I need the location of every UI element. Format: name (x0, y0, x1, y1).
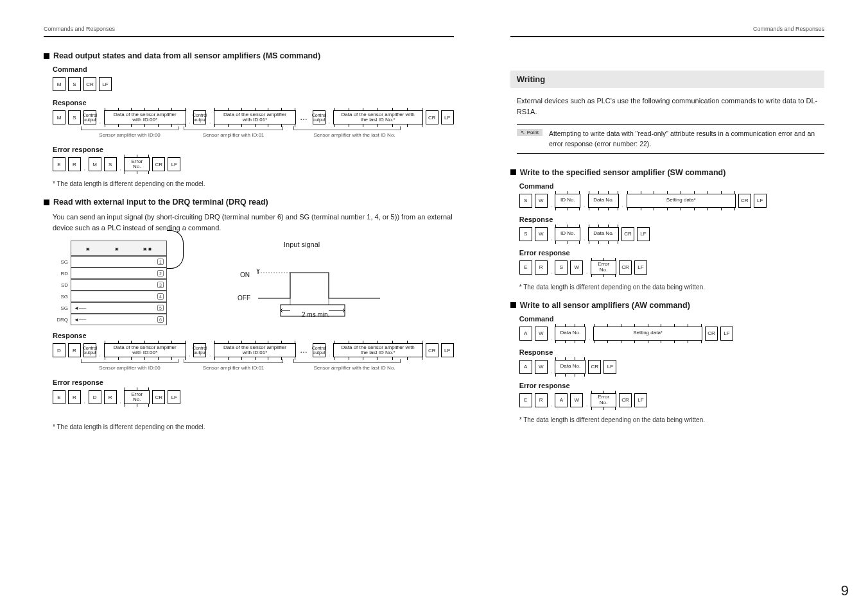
sw-error-row: E R , S W , Error No. CR LF (519, 260, 824, 275)
sec2-title-text: Read with external input to the DRQ term… (53, 198, 268, 207)
ms-command-row: M S CR LF (53, 77, 454, 91)
loop-arrow-icon (167, 230, 184, 269)
connector-header: ▣▣▣ ◼ (71, 241, 167, 256)
cell-d: D (53, 343, 65, 357)
dataN: Data of the sensor amplifier with the la… (333, 110, 423, 124)
aw-error-row: E R , A W , Error No. CR LF (519, 393, 824, 407)
cell-ctrl: Control output (313, 110, 326, 124)
aw-command-row: A W , Data No. , Setting data* CR LF (519, 327, 824, 341)
page-number: 9 (841, 582, 849, 599)
sw-response-row: S W , ID No. , Data No. CR LF (519, 227, 824, 241)
cell-r: R (68, 343, 81, 357)
sub-response-aw: Response (519, 348, 824, 356)
note-model: * The data length is different depending… (53, 180, 454, 187)
cell-s: S (68, 110, 81, 124)
section-ms-title: Read output states and data from all sen… (44, 51, 454, 60)
cell-e: E (53, 157, 65, 171)
drq-body: You can send an input signal (by short-c… (53, 212, 454, 233)
signal-diagram: Input signal ON OFF 2 ms min. (226, 241, 393, 324)
cell-lf: LF (99, 77, 112, 91)
cell-m: M (53, 110, 65, 124)
sub-error-aw: Error response (519, 382, 824, 389)
cell-s: S (104, 157, 117, 171)
dr-response-row: D R Control output , Data of the sensor … (53, 343, 454, 357)
section-sw-title: Write to the specified sensor amplifier … (510, 168, 824, 177)
point-tag: ↖Point (517, 129, 542, 136)
square-bullet-icon (44, 200, 49, 205)
cell-m: M (89, 157, 101, 171)
sub-command-sw: Command (519, 182, 824, 190)
cell-s: S (68, 77, 81, 91)
cell-lf: LF (441, 343, 454, 357)
dr-error-row: E R , D R , Error No. CR LF (53, 390, 454, 404)
cell-lf: LF (168, 157, 180, 171)
writing-heading: Writing (517, 74, 818, 84)
page: Commands and Responses Read output state… (0, 0, 868, 612)
sub-response: Response (53, 99, 454, 106)
sub-response-sw: Response (519, 216, 824, 223)
data0: Data of the sensor amplifier with ID:00* (104, 343, 186, 357)
drq-diagram: ▣▣▣ ◼ SG1 RD2 SD3 SG4 SG◄──5 DRQ◄──6 Inp… (53, 241, 454, 324)
note-sw: * The data length is different depending… (519, 284, 824, 291)
sublabels: Sensor amplifier with ID:00 Sensor ampli… (53, 132, 454, 138)
braces-2 (53, 359, 454, 363)
writing-body: External devices such as PLC's use the f… (517, 96, 824, 117)
square-bullet-icon (44, 53, 49, 59)
sublabels-2: Sensor amplifier with ID:00 Sensor ampli… (53, 365, 454, 371)
comma: , (84, 167, 85, 171)
data1: Data of the sensor amplifier with ID:01* (214, 110, 296, 124)
braces (53, 126, 454, 130)
signal-on: ON (240, 271, 250, 278)
sub-error-2: Error response (53, 378, 454, 386)
point-callout: ↖Point Attempting to write data with "re… (517, 124, 824, 154)
left-column: Commands and Responses Read output state… (0, 0, 482, 612)
data0: Data of the sensor amplifier with ID:00* (104, 110, 186, 124)
signal-title: Input signal (284, 241, 320, 248)
cell-ctrl: Control output (313, 343, 326, 357)
section-ms-title-text: Read output states and data from all sen… (53, 51, 320, 60)
cell-r: R (68, 157, 81, 171)
note-model-2: * The data length is different depending… (53, 423, 454, 430)
sw-command-row: S W , ID No. , Data No. , Setting data* … (519, 194, 824, 208)
section-drq-title: Read with external input to the DRQ term… (44, 198, 454, 207)
sub-error: Error response (53, 146, 454, 153)
pulse-label: 2 ms min. (302, 311, 329, 318)
dataN: Data of the sensor amplifier with the la… (333, 343, 423, 357)
header-rule (44, 36, 454, 37)
cell-cr: CR (152, 157, 165, 171)
comma: , (329, 120, 330, 124)
err-no: Error No. (124, 157, 150, 171)
note-aw: * The data length is different depending… (519, 416, 824, 423)
cell-cr: CR (83, 77, 96, 91)
right-column: Commands and Responses Writing External … (482, 0, 868, 612)
ms-response-row: M S Control output , Data of the sensor … (53, 110, 454, 124)
cell-ctrl: Control output (193, 343, 206, 357)
running-header-right: Commands and Responses (510, 26, 824, 32)
ellipsis: … (299, 113, 310, 122)
ms-error-row: E R , M S , Error No. CR LF (53, 157, 454, 171)
comma: , (120, 167, 121, 171)
cell-lf: LF (441, 110, 454, 124)
cell-m: M (53, 77, 65, 91)
sub-command: Command (53, 65, 454, 73)
writing-heading-box: Writing (510, 71, 824, 88)
header-rule-right (510, 36, 824, 37)
cell-cr: CR (426, 343, 438, 357)
square-bullet-icon (510, 169, 516, 175)
cell-cr: CR (426, 110, 438, 124)
data1: Data of the sensor amplifier with ID:01* (214, 343, 296, 357)
cell-ctrl: Control output (193, 110, 206, 124)
cell-ctrl: Control output (83, 343, 96, 357)
square-bullet-icon (510, 302, 516, 308)
cell-ctrl: Control output (83, 110, 96, 124)
aw-response-row: A W , Data No. CR LF (519, 360, 824, 374)
comma: , (189, 120, 191, 124)
connector-diagram: ▣▣▣ ◼ SG1 RD2 SD3 SG4 SG◄──5 DRQ◄──6 (53, 241, 194, 324)
err-no: Error No. (124, 390, 150, 404)
section-aw-title: Write to all sensor amplifiers (AW comma… (510, 301, 824, 310)
point-text: Attempting to write data with "read-only… (549, 129, 824, 149)
signal-off: OFF (238, 294, 250, 302)
running-header-left: Commands and Responses (44, 26, 454, 32)
sub-error-sw: Error response (519, 249, 824, 257)
comma: , (100, 120, 101, 124)
